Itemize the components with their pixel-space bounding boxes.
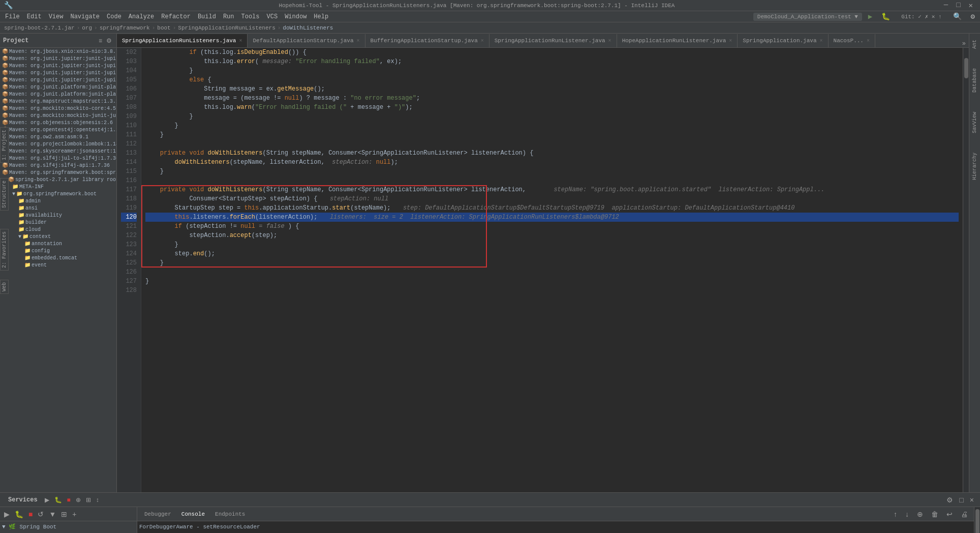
tree-item[interactable]: ▼ 📁 context — [0, 233, 116, 240]
tab-springapplication[interactable]: SpringApplication.java × — [738, 34, 828, 47]
tree-item[interactable]: 📦 Maven: org.mockito:mockito-junit-jupit… — [0, 112, 116, 119]
tree-item[interactable]: 📁 ansi — [0, 204, 116, 212]
left-panel-web[interactable]: Web — [0, 280, 9, 294]
tab-close-btn[interactable]: × — [239, 38, 242, 44]
services-filter-btn[interactable]: ▼ — [47, 509, 58, 519]
menu-build[interactable]: Build — [195, 12, 219, 21]
tree-item[interactable]: 📁 annotation — [0, 240, 116, 247]
tree-item[interactable]: 📦 Maven: org.ow2.asm:asm:9.1 — [0, 133, 116, 140]
tree-item[interactable]: 📦 Maven: org.jboss.xnio:xnio-nio:3.8.7.F… — [0, 48, 116, 55]
tab-springapplicationrunlistener[interactable]: SpringApplicationRunListener.java × — [489, 34, 617, 47]
tree-item[interactable]: 📁 builder — [0, 219, 116, 226]
menu-help[interactable]: Help — [311, 12, 331, 21]
close-button[interactable]: ✕ — [966, 1, 976, 10]
minimize-button[interactable]: ─ — [941, 1, 951, 10]
tab-springapplicationrunlisteners[interactable]: SpringApplicationRunListeners.java × — [117, 34, 248, 47]
console-wrap-btn[interactable]: ↩ — [944, 509, 955, 519]
services-group-btn[interactable]: ⊞ — [59, 509, 69, 519]
breadcrumb-class[interactable]: SpringApplicationRunListeners — [178, 25, 275, 31]
tree-item[interactable]: 📦 Maven: org.skyscreamer:jsonassert:1.5.… — [0, 147, 116, 155]
code-content[interactable]: if (this.log.isDebugEnabled()) { this.lo… — [141, 48, 963, 492]
services-add-btn[interactable]: + — [70, 509, 78, 519]
sidebar-collapse-btn[interactable]: ≡ — [97, 37, 104, 45]
tree-item[interactable]: 📦 Maven: org.junit.jupiter:junit-jupiter… — [0, 69, 116, 76]
tab-close-btn[interactable]: × — [729, 38, 732, 44]
vert-tab-hierarchy[interactable]: Hierarchy — [971, 149, 978, 184]
debug-button[interactable]: 🐛 — [878, 11, 893, 22]
menu-edit[interactable]: Edit — [24, 12, 45, 21]
tree-item[interactable]: 📦 Maven: org.junit.platform:junit-platfo… — [0, 83, 116, 91]
tab-hopeapplicationrunlistener[interactable]: HopeApplicationRunListener.java × — [617, 34, 738, 47]
breadcrumb-springframework[interactable]: springframework — [100, 25, 150, 31]
tree-item[interactable]: 📁 META-INF — [0, 183, 116, 190]
tab-close-btn[interactable]: × — [820, 38, 823, 44]
menu-code[interactable]: Code — [104, 12, 125, 21]
debugger-tab[interactable]: Debugger — [141, 510, 174, 518]
tree-item[interactable]: 📁 embedded.tomcat — [0, 254, 116, 261]
services-debug-btn[interactable]: 🐛 — [13, 509, 25, 519]
breadcrumb-org[interactable]: org — [82, 25, 92, 31]
console-print-btn[interactable]: 🖨 — [959, 509, 970, 519]
menu-navigate[interactable]: Navigate — [67, 12, 103, 21]
service-group-btn[interactable]: ⊞ — [84, 495, 93, 505]
tree-item[interactable]: 📦 Maven: org.junit.jupiter:junit-jupiter… — [0, 55, 116, 62]
tree-item[interactable]: 📦 Maven: org.opentest4j:opentest4j:1.2.0 — [0, 126, 116, 133]
console-clear-btn[interactable]: 🗑 — [929, 509, 940, 519]
tab-defaultapplicationstartup[interactable]: DefaultApplicationStartup.java × — [248, 34, 365, 47]
tree-item[interactable]: 📦 Maven: org.mapstruct:mapstruct:1.3.1.F… — [0, 98, 116, 105]
tree-item[interactable]: 📦 Maven: org.projectlombok:lombok:1.18.2… — [0, 140, 116, 147]
tree-item[interactable]: 📦 Maven: org.slf4j:jul-to-slf4j:1.7.36 — [0, 155, 116, 162]
run-config-selector[interactable]: DemoCloud_A_Application-test ▼ — [753, 13, 862, 21]
tree-item[interactable]: 📦 Maven: org.junit.platform:junit-platfo… — [0, 91, 116, 98]
menu-tools[interactable]: Tools — [238, 12, 263, 21]
service-stop-btn[interactable]: ■ — [65, 495, 73, 505]
service-debug-btn[interactable]: 🐛 — [52, 495, 64, 505]
tree-item[interactable]: 📦 Maven: org.objenesis:objenesis:2.6 — [0, 119, 116, 126]
left-panel-favorites[interactable]: 2: Favorites — [0, 229, 9, 271]
code-editor[interactable]: 102 103 104 105 106 107 108 109 110 111 … — [117, 48, 969, 492]
left-panel-project[interactable]: 1: Project — [0, 127, 9, 163]
maximize-button[interactable]: □ — [953, 1, 963, 10]
tab-close-btn[interactable]: × — [481, 38, 484, 44]
tree-item[interactable]: ▼ 📁 org.springframework.boot — [0, 190, 116, 197]
vert-tab-savview[interactable]: SavView — [971, 108, 978, 137]
console-scroll-up-btn[interactable]: ↑ — [892, 509, 899, 519]
vert-tab-database[interactable]: Database — [971, 64, 978, 97]
menu-view[interactable]: View — [46, 12, 67, 21]
tree-item[interactable]: 📁 availability — [0, 212, 116, 219]
tab-nacos[interactable]: NacosP... × — [829, 34, 875, 47]
service-run-btn[interactable]: ▶ — [43, 495, 51, 505]
services-stop-btn[interactable]: ■ — [26, 509, 35, 519]
sidebar-settings-btn[interactable]: ⚙ — [105, 37, 113, 45]
vert-tab-ant[interactable]: Ant — [971, 36, 978, 53]
left-panel-structure[interactable]: Structure — [0, 178, 9, 211]
tab-bufferingapplicationstartup[interactable]: BufferingApplicationStartup.java × — [365, 34, 489, 47]
breadcrumb-boot[interactable]: boot — [157, 25, 170, 31]
tree-item[interactable]: 📦 Maven: org.junit.jupiter:junit-jupiter… — [0, 76, 116, 83]
tree-item[interactable]: 📁 config — [0, 247, 116, 254]
console-output[interactable]: ForDebuggerAware - setResourceLoader For… — [137, 521, 974, 533]
tab-close-btn[interactable]: × — [357, 38, 360, 44]
service-item-springboot[interactable]: ▼ 🌿 Spring Boot — [0, 522, 137, 531]
endpoints-tab[interactable]: Endpoints — [212, 510, 248, 518]
console-tab[interactable]: Console — [178, 510, 208, 518]
menu-run[interactable]: Run — [220, 12, 237, 21]
run-button[interactable]: ▶ — [865, 11, 875, 22]
service-expand-btn[interactable]: ↕ — [94, 495, 101, 505]
tree-item[interactable]: 📦 Maven: org.mockito:mockito-core:4.5.1 — [0, 105, 116, 112]
menu-vcs[interactable]: VCS — [264, 12, 281, 21]
tree-item[interactable]: 📦 Maven: org.springframework.boot:spring… — [0, 169, 116, 176]
tree-item[interactable]: 📦 spring-boot-2.7.1.jar library root — [0, 176, 116, 183]
settings-button[interactable]: ⚙ — [968, 11, 978, 22]
console-filter-btn[interactable]: ⊕ — [915, 509, 925, 519]
services-run-btn[interactable]: ▶ — [2, 509, 12, 519]
panel-maximize-btn[interactable]: □ — [957, 495, 965, 505]
breadcrumb-jar[interactable]: spring-boot-2.7.1.jar — [4, 25, 75, 31]
tab-overflow-btn[interactable]: » — [959, 40, 969, 47]
panel-settings-btn[interactable]: ⚙ — [944, 495, 955, 505]
menu-file[interactable]: File — [2, 12, 23, 21]
tab-close-btn[interactable]: × — [867, 38, 870, 44]
console-scroll-down-btn[interactable]: ↓ — [903, 509, 911, 519]
tree-item[interactable]: 📦 Maven: org.junit.jupiter:junit-jupiter… — [0, 62, 116, 69]
tree-item[interactable]: 📦 Maven: org.slf4j:slf4j-api:1.7.36 — [0, 162, 116, 169]
